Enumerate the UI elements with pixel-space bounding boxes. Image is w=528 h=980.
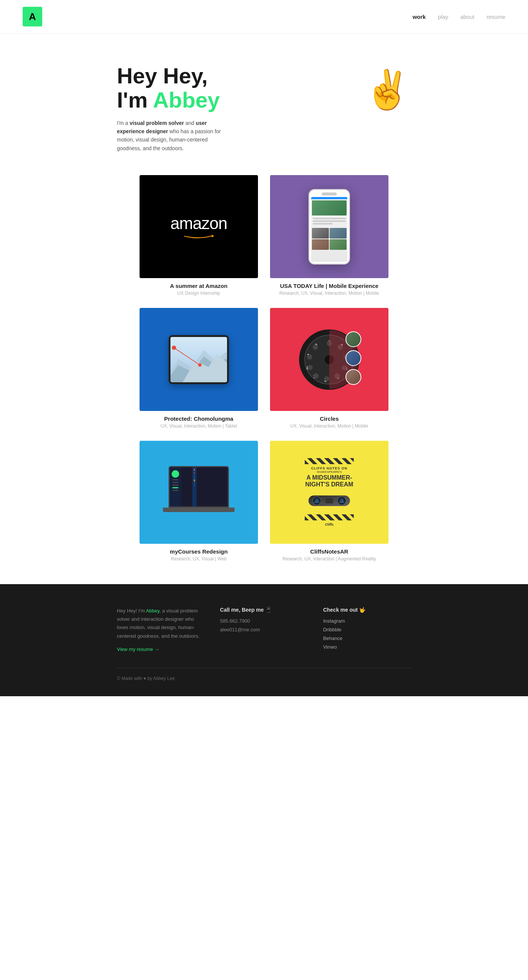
footer-col-bio: Hey Hey! I'm Abbey, a visual problem sol…	[117, 607, 205, 653]
portfolio-item-chomo[interactable]: Protected: Chomolungma UX, Visual, Inter…	[140, 308, 258, 429]
portfolio-tags-usatoday: Research, UX, Visual, Interaction, Motio…	[270, 291, 388, 296]
portfolio-item-usatoday[interactable]: USA TODAY Life | Mobile Experience Resea…	[270, 175, 388, 296]
portfolio-item-circles[interactable]: 1 2 3 4 5 6 7 8 9 0	[270, 308, 388, 429]
svg-rect-36	[325, 498, 333, 503]
portfolio-thumb-usatoday	[270, 175, 388, 278]
circle-photo-1	[346, 331, 361, 347]
hero-heading: Hey Hey, I'm Abbey	[117, 64, 230, 112]
svg-point-5	[172, 346, 176, 350]
footer-contact-heading: Call me, Beep me 📱	[220, 607, 308, 613]
nav-about[interactable]: about	[460, 14, 474, 20]
portfolio-title-mycourses: myCourses Redesign	[140, 548, 258, 555]
portfolio-tags-circles: UX, Visual, Interaction, Motion | Mobile	[270, 423, 388, 429]
portfolio-thumb-amazon: amazon	[140, 175, 258, 278]
svg-point-26	[313, 373, 319, 379]
portfolio-tags-chomo: UX, Visual, Interaction, Motion | Tablet	[140, 423, 258, 429]
laptop-base	[163, 508, 235, 512]
portfolio-title-circles: Circles	[270, 415, 388, 422]
laptop-mockup	[163, 466, 235, 519]
portfolio-thumb-circles: 1 2 3 4 5 6 7 8 9 0	[270, 308, 388, 411]
laptop-screen	[168, 466, 229, 508]
portfolio-grid: amazon A summer at Amazon UX Design Inte…	[117, 175, 411, 584]
footer-instagram[interactable]: Instagram	[323, 618, 411, 624]
portfolio-thumb-cliffs: CLIFFS NOTES ON SHAKESPEARE'S A MIDSUMME…	[270, 441, 388, 544]
footer-phone: 585.662.7900	[220, 618, 308, 624]
site-footer: Hey Hey! I'm Abbey, a visual problem sol…	[0, 584, 528, 696]
footer-copyright: © Made with ♥ by Abbey Lee	[117, 676, 174, 681]
portfolio-tags-amazon: UX Design Internship	[140, 291, 258, 296]
svg-point-25	[324, 376, 329, 382]
footer-grid: Hey Hey! I'm Abbey, a visual problem sol…	[117, 607, 411, 653]
hero-section: Hey Hey, I'm Abbey I'm a visual problem …	[94, 33, 434, 175]
portfolio-tags-mycourses: Research, UX, Visual | Web	[140, 556, 258, 562]
portfolio-tags-cliffs: Research, UX, Interaction | Augmented Re…	[270, 556, 388, 562]
portfolio-item-amazon[interactable]: amazon A summer at Amazon UX Design Inte…	[140, 175, 258, 296]
portfolio-thumb-mycourses	[140, 441, 258, 544]
footer-abbey-link: Abbey	[146, 608, 160, 614]
footer-vimeo[interactable]: Vimeo	[323, 644, 411, 650]
hero-emoji: ✌️	[364, 68, 411, 112]
footer-bottom: © Made with ♥ by Abbey Lee	[117, 668, 411, 681]
mountain-svg	[170, 337, 227, 382]
tablet-mockup	[168, 335, 229, 384]
cliffs-poster: CLIFFS NOTES ON SHAKESPEARE'S A MIDSUMME…	[301, 454, 358, 530]
amazon-logo: amazon	[170, 214, 227, 240]
circle-photo-2	[346, 350, 361, 366]
footer-behance[interactable]: Behance	[323, 635, 411, 641]
site-header: A work play about resume	[0, 0, 528, 33]
svg-point-28	[307, 354, 312, 360]
svg-point-27	[308, 365, 312, 370]
footer-dribbble[interactable]: Dribbble	[323, 627, 411, 632]
footer-social-heading: Check me out 🤟	[323, 607, 411, 613]
portfolio-title-usatoday: USA TODAY Life | Mobile Experience	[270, 283, 388, 289]
nav-work[interactable]: work	[412, 14, 426, 20]
portfolio-item-cliffs[interactable]: CLIFFS NOTES ON SHAKESPEARE'S A MIDSUMME…	[270, 441, 388, 562]
footer-col-social: Check me out 🤟 Instagram Dribbble Behanc…	[323, 607, 411, 653]
portfolio-item-mycourses[interactable]: myCourses Redesign Research, UX, Visual …	[140, 441, 258, 562]
footer-resume-link[interactable]: View my resume →	[117, 646, 159, 652]
logo-letter: A	[29, 11, 36, 23]
portfolio-title-chomo: Protected: Chomolungma	[140, 415, 258, 422]
main-nav: work play about resume	[412, 14, 505, 20]
portfolio-title-amazon: A summer at Amazon	[140, 283, 258, 289]
portfolio-title-cliffs: CliffsNotesAR	[270, 548, 388, 555]
footer-col-contact: Call me, Beep me 📱 585.662.7900 alee011@…	[220, 607, 308, 653]
tablet-screen	[170, 337, 227, 382]
logo[interactable]: A	[23, 7, 42, 26]
svg-point-29	[312, 345, 318, 350]
nav-resume[interactable]: resume	[487, 14, 505, 20]
ar-headset-svg	[305, 490, 354, 511]
nav-play[interactable]: play	[438, 14, 449, 20]
hero-bio: I'm a visual problem solver and user exp…	[117, 119, 230, 153]
svg-marker-0	[212, 234, 214, 237]
footer-email: alee011@me.com	[220, 627, 308, 632]
phone-notch	[322, 192, 337, 196]
circle-photo-3	[346, 369, 361, 385]
hero-text: Hey Hey, I'm Abbey I'm a visual problem …	[117, 64, 230, 153]
phone-screen	[311, 197, 347, 262]
svg-point-7	[198, 363, 201, 366]
amazon-arrow-icon	[182, 233, 216, 240]
phone-mockup	[309, 189, 350, 264]
portfolio-thumb-chomo	[140, 308, 258, 411]
footer-bio-text: Hey Hey! I'm Abbey, a visual problem sol…	[117, 607, 205, 640]
